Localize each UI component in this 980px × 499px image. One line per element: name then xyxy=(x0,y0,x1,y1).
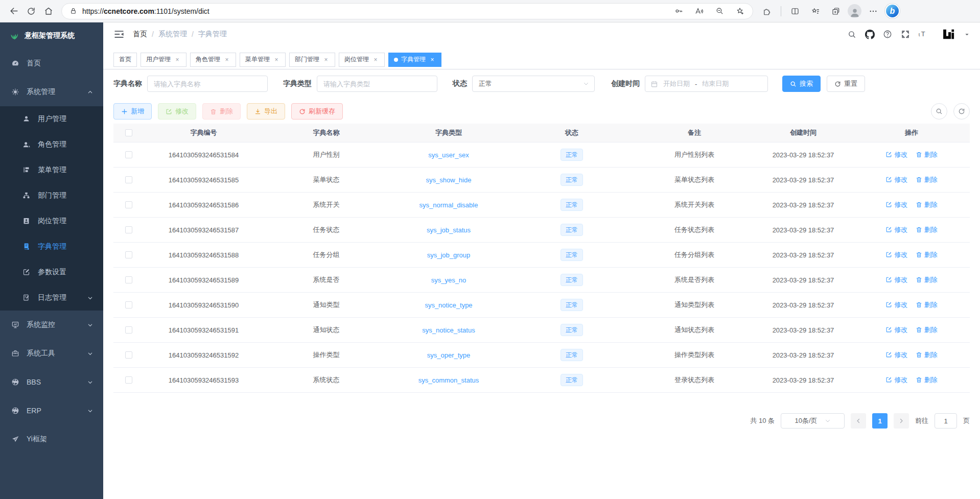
split-screen-icon[interactable] xyxy=(786,3,804,20)
row-checkbox[interactable] xyxy=(125,276,132,283)
read-aloud-icon[interactable] xyxy=(692,5,706,18)
tab-menu-mgmt[interactable]: 菜单管理× xyxy=(240,53,286,67)
prev-page-button[interactable] xyxy=(851,413,866,429)
row-delete-button[interactable]: 删除 xyxy=(916,150,938,159)
row-delete-button[interactable]: 删除 xyxy=(916,375,938,385)
tab-dict-mgmt[interactable]: 字典管理× xyxy=(388,53,441,67)
close-icon[interactable]: × xyxy=(372,56,379,63)
cell-dict-type-link[interactable]: sys_normal_disable xyxy=(419,201,478,209)
extensions-icon[interactable] xyxy=(758,3,776,20)
profile-icon[interactable] xyxy=(848,4,861,18)
sidebar-item-params[interactable]: 参数设置 xyxy=(0,259,103,285)
cell-dict-type-link[interactable]: sys_yes_no xyxy=(431,276,466,284)
row-delete-button[interactable]: 删除 xyxy=(916,225,938,234)
goto-page-input[interactable] xyxy=(935,413,957,429)
row-edit-button[interactable]: 修改 xyxy=(885,325,907,335)
select-all-checkbox[interactable] xyxy=(125,129,132,136)
row-checkbox[interactable] xyxy=(125,226,132,233)
chevron-down-icon[interactable] xyxy=(964,32,970,37)
row-edit-button[interactable]: 修改 xyxy=(885,175,907,184)
refresh-table-button[interactable] xyxy=(953,103,970,120)
row-delete-button[interactable]: 删除 xyxy=(916,250,938,259)
dict-type-input[interactable] xyxy=(317,76,437,92)
favorite-add-icon[interactable] xyxy=(733,5,746,18)
row-delete-button[interactable]: 删除 xyxy=(916,200,938,209)
status-select[interactable]: 正常 xyxy=(472,76,595,92)
row-delete-button[interactable]: 删除 xyxy=(916,300,938,310)
tab-role-mgmt[interactable]: 角色管理× xyxy=(190,53,236,67)
page-number-1[interactable]: 1 xyxy=(872,413,888,429)
tab-post-mgmt[interactable]: 岗位管理× xyxy=(339,53,385,67)
cell-dict-type-link[interactable]: sys_notice_type xyxy=(425,301,472,309)
cell-dict-type-link[interactable]: sys_common_status xyxy=(418,376,479,384)
sidebar-item-users[interactable]: 用户管理 xyxy=(0,106,103,132)
sidebar-item-erp[interactable]: ERP xyxy=(0,396,103,425)
github-icon[interactable] xyxy=(865,29,875,39)
more-icon[interactable] xyxy=(865,3,882,20)
add-button[interactable]: 新增 xyxy=(113,103,152,120)
reset-button[interactable]: 重置 xyxy=(827,76,865,92)
close-icon[interactable]: × xyxy=(174,56,181,63)
tab-user-mgmt[interactable]: 用户管理× xyxy=(141,53,186,67)
sidebar-item-tools[interactable]: 系统工具 xyxy=(0,339,103,368)
url-text[interactable]: https://ccnetcore.com:1101/system/dict xyxy=(82,7,209,15)
help-icon[interactable] xyxy=(882,29,893,39)
export-button[interactable]: 导出 xyxy=(247,103,285,120)
row-checkbox[interactable] xyxy=(125,351,132,359)
close-icon[interactable]: × xyxy=(223,56,230,63)
row-edit-button[interactable]: 修改 xyxy=(885,200,907,209)
delete-button[interactable]: 删除 xyxy=(202,103,241,120)
sidebar-item-dict[interactable]: 字典管理 xyxy=(0,234,103,259)
app-logo[interactable]: 意框架管理系统 xyxy=(0,22,103,49)
row-edit-button[interactable]: 修改 xyxy=(885,250,907,259)
sidebar-item-system[interactable]: 系统管理 xyxy=(0,78,103,106)
cell-dict-type-link[interactable]: sys_show_hide xyxy=(426,176,472,184)
cell-dict-type-link[interactable]: sys_oper_type xyxy=(427,351,471,359)
fullscreen-icon[interactable] xyxy=(900,29,911,39)
row-checkbox[interactable] xyxy=(125,376,132,384)
row-checkbox[interactable] xyxy=(125,176,132,183)
breadcrumb-home[interactable]: 首页 xyxy=(133,30,147,39)
sidebar-item-logs[interactable]: 日志管理 xyxy=(0,285,103,311)
sidebar-item-yi-framework[interactable]: Yi框架 xyxy=(0,425,103,454)
sidebar-item-depts[interactable]: 部门管理 xyxy=(0,183,103,208)
row-edit-button[interactable]: 修改 xyxy=(885,300,907,310)
refresh-cache-button[interactable]: 刷新缓存 xyxy=(291,103,343,120)
row-edit-button[interactable]: 修改 xyxy=(885,150,907,159)
tab-dept-mgmt[interactable]: 部门管理× xyxy=(289,53,335,67)
zoom-out-icon[interactable] xyxy=(713,5,726,18)
cell-dict-type-link[interactable]: sys_job_status xyxy=(427,226,471,234)
user-avatar-logo[interactable] xyxy=(941,27,955,41)
close-icon[interactable]: × xyxy=(322,56,330,63)
tab-home[interactable]: 首页 xyxy=(113,53,137,67)
row-checkbox[interactable] xyxy=(125,201,132,208)
search-icon[interactable] xyxy=(847,29,857,39)
sidebar-item-roles[interactable]: 角色管理 xyxy=(0,132,103,157)
row-delete-button[interactable]: 删除 xyxy=(916,275,938,284)
dict-name-input[interactable] xyxy=(147,76,268,92)
copilot-icon[interactable]: b xyxy=(885,4,900,18)
row-edit-button[interactable]: 修改 xyxy=(885,350,907,360)
tab-group-icon[interactable] xyxy=(827,3,845,20)
close-icon[interactable]: × xyxy=(273,56,280,63)
cell-dict-type-link[interactable]: sys_user_sex xyxy=(428,151,469,159)
collections-star-icon[interactable] xyxy=(807,3,824,20)
sidebar-item-menus[interactable]: 菜单管理 xyxy=(0,157,103,183)
sidebar-item-home[interactable]: 首页 xyxy=(0,49,103,78)
address-bar[interactable]: https://ccnetcore.com:1101/system/dict xyxy=(61,3,753,19)
row-checkbox[interactable] xyxy=(125,251,132,258)
sidebar-item-posts[interactable]: 岗位管理 xyxy=(0,208,103,234)
home-icon[interactable] xyxy=(40,3,57,20)
font-size-icon[interactable]: tT xyxy=(918,29,928,39)
page-size-select[interactable]: 10条/页 xyxy=(781,413,845,429)
row-checkbox[interactable] xyxy=(125,151,132,158)
row-delete-button[interactable]: 删除 xyxy=(916,175,938,184)
sidebar-item-bbs[interactable]: BBS xyxy=(0,368,103,396)
next-page-button[interactable] xyxy=(894,413,909,429)
row-edit-button[interactable]: 修改 xyxy=(885,275,907,284)
key-icon[interactable] xyxy=(672,5,685,18)
sidebar-item-monitor[interactable]: 系统监控 xyxy=(0,311,103,339)
row-edit-button[interactable]: 修改 xyxy=(885,375,907,385)
reload-icon[interactable] xyxy=(22,3,40,20)
cell-dict-type-link[interactable]: sys_job_group xyxy=(427,251,471,259)
